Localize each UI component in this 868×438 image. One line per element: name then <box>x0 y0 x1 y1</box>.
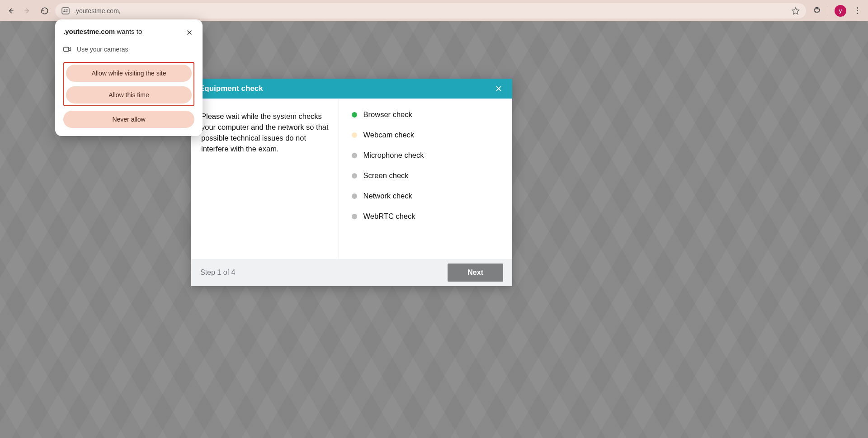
svg-rect-4 <box>66 9 68 10</box>
permission-prompt: .youtestme.com wants to Use your cameras… <box>55 19 203 136</box>
check-label: Microphone check <box>363 151 424 160</box>
status-dot-icon <box>352 112 357 118</box>
check-label: WebRTC check <box>363 212 415 221</box>
permission-close-button[interactable] <box>184 28 194 38</box>
check-label: Browser check <box>363 110 412 119</box>
equipment-check-modal: Equipment check Please wait while the sy… <box>191 79 512 286</box>
check-list: Browser check Webcam check Microphone ch… <box>352 110 502 221</box>
svg-point-5 <box>66 11 68 12</box>
svg-point-8 <box>816 7 817 9</box>
permission-wants-to: wants to <box>115 28 142 35</box>
arrow-left-icon <box>6 7 14 15</box>
permission-request-text: Use your cameras <box>77 46 128 53</box>
svg-rect-2 <box>62 8 69 14</box>
status-dot-icon <box>352 193 357 199</box>
url-text: .youtestme.com, <box>74 7 787 14</box>
check-list-panel: Browser check Webcam check Microphone ch… <box>339 99 512 259</box>
modal-close-button[interactable] <box>493 83 504 94</box>
status-dot-icon <box>352 153 357 158</box>
check-item-microphone: Microphone check <box>352 151 502 160</box>
arrow-right-icon <box>24 7 32 15</box>
modal-header: Equipment check <box>191 79 512 99</box>
step-indicator: Step 1 of 4 <box>200 268 235 277</box>
modal-footer: Step 1 of 4 Next <box>191 259 512 286</box>
modal-title: Equipment check <box>199 84 493 93</box>
svg-marker-7 <box>793 7 799 14</box>
highlight-annotation: Allow while visiting the site Allow this… <box>63 62 194 106</box>
camera-icon <box>63 46 71 52</box>
modal-body: Please wait while the system checks your… <box>191 99 512 259</box>
vertical-divider <box>828 6 828 16</box>
check-item-webcam: Webcam check <box>352 131 502 139</box>
status-dot-icon <box>352 214 357 219</box>
check-item-screen: Screen check <box>352 171 502 180</box>
close-icon <box>186 29 193 36</box>
reload-icon <box>41 7 49 15</box>
status-dot-icon <box>352 173 357 179</box>
avatar-letter: y <box>839 7 842 14</box>
svg-rect-6 <box>63 11 66 12</box>
browser-chrome: .youtestme.com, y <box>0 0 868 21</box>
back-button[interactable] <box>4 4 17 18</box>
bookmark-star-icon[interactable] <box>792 7 800 15</box>
svg-marker-14 <box>69 47 71 51</box>
check-item-network: Network check <box>352 192 502 200</box>
check-label: Webcam check <box>363 131 415 139</box>
check-item-browser: Browser check <box>352 110 502 119</box>
modal-description: Please wait while the system checks your… <box>191 99 339 259</box>
status-dot-icon <box>352 132 357 138</box>
address-bar[interactable]: .youtestme.com, <box>55 3 806 19</box>
profile-avatar[interactable]: y <box>835 5 846 17</box>
svg-point-3 <box>64 9 65 10</box>
reload-button[interactable] <box>38 4 52 18</box>
permission-domain: .youtestme.com <box>63 28 115 35</box>
close-icon <box>495 85 502 92</box>
page-background: Equipment check Please wait while the sy… <box>0 21 868 438</box>
allow-while-visiting-button[interactable]: Allow while visiting the site <box>66 65 192 82</box>
next-button[interactable]: Next <box>448 264 503 282</box>
check-label: Screen check <box>363 171 409 180</box>
forward-button[interactable] <box>21 4 34 18</box>
check-item-webrtc: WebRTC check <box>352 212 502 221</box>
chrome-menu-button[interactable] <box>853 7 862 14</box>
permission-heading: .youtestme.com wants to <box>63 28 184 35</box>
chrome-right-icons: y <box>810 5 864 17</box>
svg-rect-13 <box>64 47 69 52</box>
site-settings-icon[interactable] <box>61 7 70 14</box>
permission-request-row: Use your cameras <box>63 46 194 53</box>
never-allow-button[interactable]: Never allow <box>63 111 194 128</box>
allow-this-time-button[interactable]: Allow this time <box>66 86 192 104</box>
check-label: Network check <box>363 192 412 200</box>
extensions-icon[interactable] <box>812 6 821 15</box>
